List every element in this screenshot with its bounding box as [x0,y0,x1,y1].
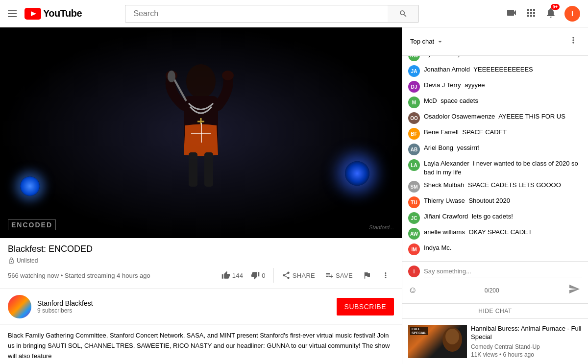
unlisted-badge: Unlisted [8,257,38,264]
share-button[interactable]: SHARE [278,268,319,283]
chat-avatar: OO [408,112,420,124]
video-camera-icon[interactable] [506,7,517,20]
video-player[interactable]: ENCODED Stanford... [0,27,402,238]
chat-user-avatar: I [408,266,420,277]
chat-input[interactable] [424,266,582,277]
video-player-wrapper: ENCODED Stanford... [0,27,402,238]
chat-text: AYEEEE THIS FOR US [498,113,565,120]
chat-avatar: LA [408,159,420,171]
chat-avatar: JA [408,65,420,77]
rec-thumbnail: FULL SPECIAL [408,325,467,358]
flag-icon [363,271,371,280]
watching-info: 566 watching now • Started streaming 4 h… [8,272,150,279]
chat-text: lets go cadets! [472,213,513,220]
save-label: SAVE [336,272,353,279]
rec-title: Hannibal Buress: Animal Furnace - Full S… [471,325,582,341]
flag-button[interactable] [359,268,375,283]
chat-author: Indya Mc. [424,244,451,251]
chat-text: SPACE CADET [462,128,507,136]
chat-author: arielle williams [424,228,465,236]
chat-content: Layla Alexander i never wanted to be cla… [424,159,582,177]
more-options-button[interactable] [377,268,394,283]
chat-panel: Top chat KW Kyla Windley ohhhhhh JA Jona… [402,27,588,364]
youtube-logo-text: YouTube [43,8,82,19]
youtube-logo[interactable]: YouTube [24,8,82,20]
rec-channel: Comedy Central Stand-Up [471,343,582,350]
search-button[interactable] [388,5,419,23]
chat-content: Jiñani Crawford lets go cadets! [424,212,582,221]
notification-bell-icon[interactable]: 9+ [545,7,557,20]
char-count: 0/200 [485,287,499,294]
recommended-video[interactable]: FULL SPECIAL Hannibal Buress: Animal Fur… [406,323,584,360]
chat-message: SM Sheck Mulbah SPACE CADETS LETS GOOOO [402,179,588,194]
video-info: Blackfest: ENCODED Unlisted 566 watching… [0,238,402,289]
like-dislike-group: 144 0 [218,268,274,283]
share-label: SHARE [293,272,315,279]
rec-info: Hannibal Buress: Animal Furnace - Full S… [471,325,582,358]
chat-content: Bene Farrell SPACE CADET [424,128,582,137]
chat-message: DJ Devia J Terry ayyyee [402,79,588,95]
youtube-logo-icon [24,8,41,20]
chat-author: Layla Alexander [424,160,469,167]
chat-avatar: BF [408,128,420,140]
dislike-count: 0 [262,272,266,279]
top-chat-label[interactable]: Top chat [410,38,444,46]
chat-author: Thierry Uwase [424,197,465,204]
stage-light-left [20,176,40,196]
chat-avatar: IM [408,243,420,255]
send-icon [568,283,580,295]
subscribe-button[interactable]: SUBSCRIBE [337,298,394,315]
notification-count: 9+ [551,4,560,10]
chat-text: YEEEEEEEEEEEES [473,66,533,73]
chat-content: Indya Mc. [424,243,582,252]
svg-point-5 [222,71,234,80]
dislike-button[interactable]: 0 [247,268,270,283]
chat-message: LA Layla Alexander i never wanted to be … [402,157,588,179]
video-meta-row: 566 watching now • Started streaming 4 h… [8,268,394,283]
chevron-down-icon [436,38,444,46]
chat-message: KW Kyla Windley ohhhhhh [402,56,588,63]
send-button[interactable] [566,281,582,299]
like-count: 144 [232,272,244,279]
encoded-watermark: ENCODED [8,219,56,230]
chat-author: Jiñani Crawford [424,213,468,220]
chat-author: Bene Farrell [424,128,459,136]
chat-avatar: M [408,97,420,108]
chat-author: Devia J Terry [424,81,461,89]
save-button[interactable]: SAVE [321,268,357,283]
recommended-section: FULL SPECIAL Hannibal Buress: Animal Fur… [402,318,588,364]
hamburger-menu[interactable] [8,10,17,17]
chat-message: M McD space cadets [402,95,588,110]
top-chat-text: Top chat [410,38,434,45]
chat-content: arielle williams OKAY SPACE CADET [424,228,582,237]
chat-header: Top chat [402,27,588,56]
chat-input-wrapper [424,266,582,277]
user-avatar[interactable]: I [564,6,580,22]
chat-more-icon [568,35,578,45]
stage-light-right [345,161,369,186]
apps-icon[interactable] [525,7,537,20]
chat-text: ayyyee [465,81,485,89]
hide-chat-bar[interactable]: HIDE CHAT [402,303,588,318]
chat-text: ohhhhhh [465,56,490,57]
chat-author: Kyla Windley [424,56,461,57]
thumbs-up-icon [221,271,230,280]
full-special-badge: FULL SPECIAL [410,327,428,335]
search-input[interactable] [125,5,388,23]
chat-message: TU Thierry Uwase Shoutout 2020 [402,194,588,210]
unlisted-icon [8,257,15,264]
chat-text: OKAY SPACE CADET [468,228,532,236]
header: YouTube 9+ I [0,0,588,27]
like-button[interactable]: 144 [218,268,247,283]
chat-author: McD [424,97,437,104]
emoji-button[interactable]: ☺ [408,285,417,295]
chat-more-button[interactable] [566,33,580,49]
channel-avatar[interactable] [8,295,31,318]
chat-content: Thierry Uwase Shoutout 2020 [424,196,582,205]
chat-author: Jonathan Arnold [424,66,470,73]
chat-content: Kyla Windley ohhhhhh [424,56,582,58]
more-icon [381,271,390,280]
chat-messages: KW Kyla Windley ohhhhhh JA Jonathan Arno… [402,56,588,261]
channel-details: Stanford Blackfest 9 subscribers [37,299,93,314]
svg-point-13 [445,329,459,344]
